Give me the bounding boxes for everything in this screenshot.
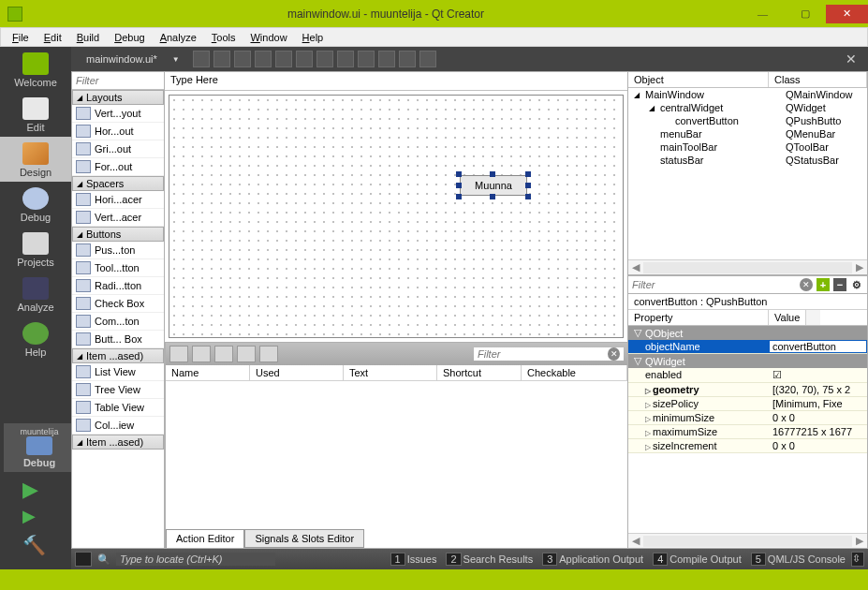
action-delete-icon[interactable] <box>237 346 256 362</box>
mode-edit[interactable]: Edit <box>0 92 71 137</box>
property-vscroll[interactable] <box>805 310 820 325</box>
action-filter-input[interactable] <box>478 348 608 360</box>
widget-item[interactable]: Table View <box>72 399 164 417</box>
tool-edit-signals-icon[interactable] <box>213 51 230 67</box>
object-tree-row[interactable]: ◢centralWidgetQWidget <box>628 101 867 114</box>
widget-item[interactable]: Vert...acer <box>72 209 164 227</box>
mode-help[interactable]: Help <box>0 317 71 361</box>
menu-debug[interactable]: Debug <box>107 30 152 45</box>
run-debug-button[interactable]: ▶ <box>22 506 49 528</box>
widget-category[interactable]: ◢Item ...ased) <box>72 435 164 450</box>
objtree-col-object[interactable]: Object <box>628 72 769 87</box>
widget-item[interactable]: Col...iew <box>72 417 164 435</box>
widget-item[interactable]: List View <box>72 363 164 381</box>
mode-projects[interactable]: Projects <box>0 227 71 272</box>
property-category[interactable]: ▽QWidget <box>628 354 867 368</box>
tool-edit-buddies-icon[interactable] <box>234 51 251 67</box>
menu-edit[interactable]: Edit <box>37 30 69 45</box>
mode-analyze[interactable]: Analyze <box>0 272 71 317</box>
object-tree-row[interactable]: convertButtonQPushButto <box>628 114 867 127</box>
mode-debug[interactable]: Debug <box>0 182 71 227</box>
menu-analyze[interactable]: Analyze <box>153 30 204 45</box>
menu-type-here[interactable]: Type Here <box>165 72 224 90</box>
object-tree-row[interactable]: ◢MainWindowQMainWindow <box>628 88 867 101</box>
maximize-button[interactable]: ▢ <box>784 5 826 23</box>
property-row[interactable]: ▷sizeIncrement0 x 0 <box>628 439 867 453</box>
close-editor-button[interactable]: ✕ <box>840 52 862 66</box>
action-paste-icon[interactable] <box>214 346 233 362</box>
widget-item[interactable]: Pus...ton <box>72 242 164 259</box>
mode-welcome[interactable]: Welcome <box>0 47 71 92</box>
menu-window[interactable]: Window <box>243 30 294 45</box>
widget-item[interactable]: Hor...out <box>72 123 164 140</box>
widget-item[interactable]: Tool...tton <box>72 259 164 277</box>
action-copy-icon[interactable] <box>192 346 211 362</box>
output-issues[interactable]: 1Issues <box>387 553 441 566</box>
menu-file[interactable]: File <box>5 30 37 45</box>
widget-item[interactable]: Com...ton <box>72 313 164 331</box>
property-config-icon[interactable]: ⚙ <box>850 278 863 291</box>
widget-item[interactable]: Radi...tton <box>72 277 164 295</box>
output-qml[interactable]: 5QML/JS Console <box>747 553 849 566</box>
widget-item[interactable]: Check Box <box>72 295 164 313</box>
objtree-hscroll[interactable]: ◀▶ <box>628 259 867 274</box>
property-list[interactable]: ▽QObjectobjectNameconvertButton▽QWidgete… <box>628 326 867 533</box>
property-row[interactable]: ▷minimumSize0 x 0 <box>628 411 867 425</box>
widget-category[interactable]: ◢Spacers <box>72 176 164 191</box>
property-row[interactable]: ▷maximumSize16777215 x 1677 <box>628 425 867 439</box>
menu-help[interactable]: Help <box>295 30 331 45</box>
property-filter-clear-icon[interactable]: ✕ <box>800 278 813 291</box>
close-button[interactable]: ✕ <box>826 5 868 23</box>
target-selector[interactable]: muuntelija Debug <box>4 423 75 472</box>
menu-tools[interactable]: Tools <box>204 30 243 45</box>
tool-edit-taborder-icon[interactable] <box>255 51 272 67</box>
run-button[interactable]: ▶ <box>22 478 49 500</box>
object-tree-row[interactable]: menuBarQMenuBar <box>628 127 867 140</box>
tool-layout-hs-icon[interactable] <box>316 51 333 67</box>
widget-item[interactable]: Hori...acer <box>72 191 164 209</box>
form-button-muunna[interactable]: Muunna <box>460 175 527 196</box>
tool-edit-widgets-icon[interactable] <box>193 51 210 67</box>
build-button[interactable]: 🔨 <box>22 534 49 556</box>
open-file-tab[interactable]: mainwindow.ui* <box>77 52 167 66</box>
toggle-sidebar-icon[interactable] <box>75 552 92 567</box>
action-list[interactable] <box>166 381 627 529</box>
tab-action-editor[interactable]: Action Editor <box>166 529 244 548</box>
object-tree-row[interactable]: statusBarQStatusBar <box>628 154 867 167</box>
tool-adjust-size-icon[interactable] <box>419 51 436 67</box>
tool-layout-v-icon[interactable] <box>296 51 313 67</box>
tool-break-layout-icon[interactable] <box>399 51 416 67</box>
menu-build[interactable]: Build <box>69 30 107 45</box>
property-row[interactable]: enabled☑ <box>628 368 867 383</box>
property-row[interactable]: objectNameconvertButton <box>628 340 867 354</box>
tool-layout-h-icon[interactable] <box>275 51 292 67</box>
mode-design[interactable]: Design <box>0 137 71 182</box>
tool-layout-grid-icon[interactable] <box>358 51 375 67</box>
widget-category[interactable]: ◢Item ...ased) <box>72 348 164 363</box>
tool-layout-vs-icon[interactable] <box>337 51 354 67</box>
widget-item[interactable]: Butt... Box <box>72 331 164 348</box>
tool-layout-form-icon[interactable] <box>378 51 395 67</box>
widget-category[interactable]: ◢Buttons <box>72 227 164 242</box>
prop-col-value[interactable]: Value <box>769 310 805 325</box>
property-add-icon[interactable]: + <box>817 278 830 291</box>
object-tree-row[interactable]: mainToolBarQToolBar <box>628 140 867 154</box>
output-compile[interactable]: 4Compile Output <box>649 553 745 566</box>
property-remove-icon[interactable]: − <box>833 278 846 291</box>
object-tree[interactable]: ◢MainWindowQMainWindow◢centralWidgetQWid… <box>628 88 867 259</box>
output-app[interactable]: 3Application Output <box>538 553 647 566</box>
tab-dropdown-icon[interactable]: ▼ <box>172 55 180 64</box>
widget-item[interactable]: Tree View <box>72 381 164 399</box>
tab-signals-slots[interactable]: Signals & Slots Editor <box>244 529 364 548</box>
prop-col-name[interactable]: Property <box>628 310 769 325</box>
action-filter-clear-icon[interactable]: ✕ <box>608 347 620 361</box>
widget-item[interactable]: Gri...out <box>72 140 164 158</box>
widgetbox-filter-input[interactable] <box>76 75 165 86</box>
action-config-icon[interactable] <box>259 346 278 362</box>
widget-item[interactable]: For...out <box>72 158 164 176</box>
property-hscroll[interactable]: ◀▶ <box>628 533 867 548</box>
form-canvas[interactable]: Muunna <box>169 95 624 338</box>
widget-item[interactable]: Vert...yout <box>72 105 164 123</box>
minimize-button[interactable]: — <box>742 5 784 23</box>
property-category[interactable]: ▽QObject <box>628 326 867 340</box>
